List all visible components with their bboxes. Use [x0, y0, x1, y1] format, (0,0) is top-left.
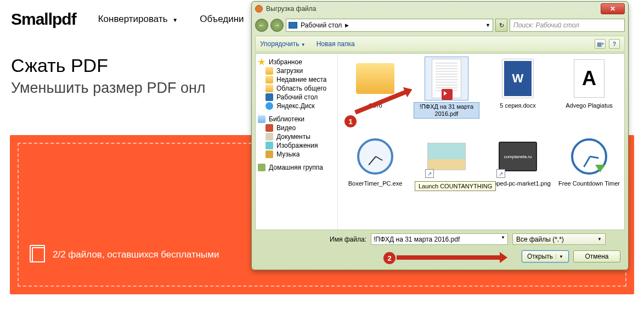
word-icon: W — [502, 59, 533, 98]
file-label: Free Countdown Timer — [556, 180, 622, 187]
file-label: !ПФХД на 31 марта 2016.pdf — [414, 102, 479, 119]
filetype-combo[interactable]: Все файлы (*.*) ▼ — [512, 233, 606, 245]
monitor-icon: complaneta.ru — [499, 142, 537, 171]
tree-homegroup[interactable]: Домашняя группа — [258, 164, 335, 171]
organize-label: Упорядочить — [260, 40, 299, 48]
tree-desktop[interactable]: Рабочий стол — [265, 93, 335, 101]
documents-icon — [265, 133, 273, 141]
file-item-cropped[interactable]: complaneta.ru ↗ cropped-pc-market1.png — [485, 135, 551, 187]
back-button[interactable]: ← — [255, 19, 268, 32]
search-placeholder: Поиск: Рабочий стол — [513, 21, 579, 29]
clock-icon — [357, 138, 393, 175]
cancel-button[interactable]: Отмена — [573, 250, 620, 262]
path-bar[interactable]: Рабочий стол ▶ ▼ — [286, 19, 493, 32]
file-label: Advego Plagiatus — [556, 102, 622, 109]
forward-button[interactable]: → — [270, 19, 284, 32]
search-input[interactable]: Поиск: Рабочий стол — [510, 19, 625, 32]
tree-label: Видео — [276, 124, 296, 132]
file-item-docx[interactable]: W 5 серия.docx — [485, 57, 551, 109]
help-button[interactable]: ? — [609, 39, 620, 49]
tree-docs[interactable]: Документы — [265, 133, 335, 141]
nav-merge[interactable]: Объедини — [200, 14, 244, 25]
video-icon — [265, 124, 273, 132]
view-button[interactable]: ▦▾ — [595, 39, 606, 49]
desktop-icon — [265, 93, 273, 101]
refresh-icon: ↻ — [499, 22, 504, 29]
open-label: Открыть — [527, 253, 553, 260]
folder-icon — [265, 85, 273, 92]
tree-label: Документы — [276, 133, 310, 141]
tree-label: Яндекс.Диск — [276, 102, 315, 110]
tree-label: Избранное — [269, 58, 302, 66]
star-icon — [258, 58, 265, 66]
tree-label: Недавние места — [276, 76, 326, 83]
shortcut-icon: ↗ — [496, 169, 505, 178]
tree-label: Загрузки — [276, 67, 303, 75]
tree-downloads[interactable]: Загрузки — [265, 67, 335, 75]
file-item-countanything[interactable]: ↗ CountAnything — [414, 135, 479, 187]
new-folder-button[interactable]: Новая папка — [317, 40, 355, 48]
chevron-down-icon: ▼ — [301, 42, 306, 47]
shortcut-icon: ↗ — [425, 169, 434, 178]
file-grid: Фото !ПФХД на 31 марта 2016.pdf W 5 сери… — [338, 54, 624, 230]
music-icon — [265, 150, 273, 158]
chevron-down-icon[interactable]: ▼ — [485, 23, 490, 28]
nav-convert-label: Конвертировать — [98, 14, 168, 24]
cloud-icon — [265, 102, 273, 110]
tree-label: Библиотеки — [269, 115, 304, 123]
filename-input[interactable] — [371, 233, 508, 245]
tree-label: Рабочий стол — [276, 93, 318, 101]
close-button[interactable]: ✕ — [601, 3, 625, 14]
files-remaining: 2/2 файлов, оставшихся бесплатными — [32, 247, 219, 262]
arrow-left-icon: ← — [258, 21, 265, 29]
tree-images[interactable]: Изображения — [265, 142, 335, 149]
images-icon — [265, 142, 273, 149]
tree-video[interactable]: Видео — [265, 124, 335, 132]
files-icon — [32, 247, 45, 262]
files-remaining-label: 2/2 файлов, оставшихся бесплатными — [53, 249, 219, 260]
chevron-down-icon[interactable]: ▼ — [501, 235, 505, 240]
dialog-title: Выгрузка файла — [266, 5, 317, 13]
homegroup-icon — [258, 164, 265, 171]
nav-convert[interactable]: Конвертировать ▼ — [98, 14, 178, 25]
file-item-pdf-selected[interactable]: !ПФХД на 31 марта 2016.pdf — [414, 57, 479, 119]
arrow-right-icon: → — [274, 21, 280, 29]
tree-yadisk[interactable]: Яндекс.Диск — [265, 102, 335, 110]
nav-tree: Избранное Загрузки Недавние места Област… — [256, 54, 338, 230]
app-thumb-icon — [427, 143, 466, 170]
file-label: 5 серия.docx — [485, 102, 551, 109]
pdf-badge-icon — [442, 89, 453, 100]
letter-a-icon: A — [574, 59, 605, 98]
file-label: BoxerTimer_PC.exe — [342, 180, 408, 187]
tooltip: Launch COUNTANYTHING — [415, 181, 496, 191]
close-icon: ✕ — [610, 5, 615, 13]
tree-label: Музыка — [276, 150, 300, 158]
tree-label: Область общего — [276, 85, 326, 92]
tree-music[interactable]: Музыка — [265, 150, 335, 158]
chevron-down-icon[interactable]: ▼ — [556, 254, 563, 259]
filename-label: Имя файла: — [330, 236, 366, 243]
filetype-label: Все файлы (*.*) — [516, 236, 564, 243]
tree-favorites[interactable]: Избранное — [258, 58, 335, 66]
folder-icon — [356, 63, 394, 94]
annotation-arrow-2 — [397, 255, 501, 260]
annotation-bubble-2: 2 — [383, 252, 396, 264]
folder-icon — [265, 76, 273, 83]
tree-recent[interactable]: Недавние места — [265, 76, 335, 83]
chevron-down-icon: ▼ — [597, 237, 602, 242]
annotation-bubble-1: 1 — [344, 115, 357, 127]
path-label: Рабочий стол — [301, 21, 342, 29]
desktop-icon — [289, 22, 297, 29]
clock-icon — [571, 138, 607, 175]
refresh-button[interactable]: ↻ — [495, 19, 507, 32]
file-item-countdown[interactable]: Free Countdown Timer — [556, 135, 622, 187]
file-dialog: Выгрузка файла ✕ ← → Рабочий стол ▶ ▼ ↻ … — [251, 1, 629, 270]
open-button[interactable]: Открыть ▼ — [522, 250, 569, 262]
file-item-boxertimer[interactable]: BoxerTimer_PC.exe — [342, 135, 408, 187]
tree-libraries[interactable]: Библиотеки — [258, 115, 335, 123]
file-item-advego[interactable]: A Advego Plagiatus — [556, 57, 622, 109]
tree-shared[interactable]: Область общего — [265, 85, 335, 92]
organize-menu[interactable]: Упорядочить ▼ — [260, 40, 306, 48]
monitor-text: complaneta.ru — [504, 154, 532, 159]
logo[interactable]: Smallpdf — [11, 10, 76, 29]
